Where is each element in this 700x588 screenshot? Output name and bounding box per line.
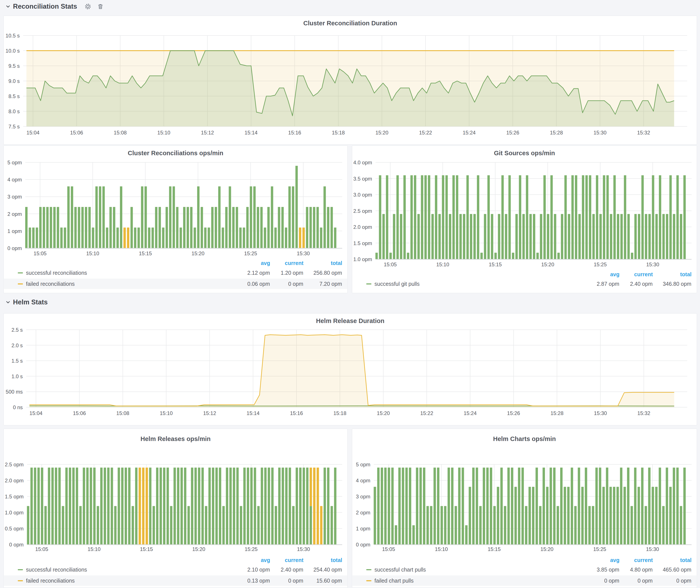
svg-text:15:28: 15:28	[550, 410, 563, 416]
svg-text:15:32: 15:32	[637, 130, 650, 136]
svg-text:0 ns: 0 ns	[13, 404, 23, 410]
panel-cluster-reconciliation-duration: Cluster Reconciliation Duration 7.5 s8.0…	[3, 16, 697, 145]
legend-series-name[interactable]: failed reconciliations	[26, 578, 75, 584]
legend-col-total[interactable]: total	[680, 271, 692, 278]
bars-successful[interactable]	[27, 468, 336, 544]
bars-successful[interactable]	[374, 468, 686, 544]
svg-text:15:24: 15:24	[464, 410, 477, 416]
svg-text:2 opm: 2 opm	[356, 510, 370, 515]
legend-col-avg[interactable]: avg	[610, 271, 619, 278]
svg-text:7.5 s: 7.5 s	[8, 124, 20, 129]
svg-text:2.5 opm: 2.5 opm	[5, 462, 24, 467]
panel-title[interactable]: Cluster Reconciliation Duration	[4, 20, 697, 27]
svg-text:15:10: 15:10	[157, 130, 170, 136]
svg-text:15:20: 15:20	[375, 130, 388, 136]
legend-col-avg[interactable]: avg	[261, 557, 270, 563]
svg-text:15:15: 15:15	[488, 546, 501, 552]
panel-title[interactable]: Cluster Reconciliations ops/min	[4, 150, 347, 157]
svg-text:0 opm: 0 opm	[7, 245, 22, 251]
panel-title[interactable]: Helm Release Duration	[4, 317, 697, 325]
bars-successful[interactable]	[25, 166, 336, 248]
legend-series-name[interactable]: successful reconciliations	[26, 567, 87, 573]
section-title[interactable]: Reconciliation Stats	[13, 3, 77, 10]
svg-text:8.0 s: 8.0 s	[8, 108, 20, 114]
chevron-down-icon[interactable]	[5, 4, 11, 9]
svg-text:2.0 opm: 2.0 opm	[5, 478, 24, 483]
bars-successful[interactable]	[375, 175, 686, 259]
legend-series-name[interactable]: failed reconciliations	[26, 281, 75, 287]
legend-col-current[interactable]: current	[285, 260, 303, 266]
panel-git-sources-ops: Git Sources ops/min 1.0 opm1.5 opm2.0 op…	[352, 145, 697, 293]
legend-col-current[interactable]: current	[634, 271, 653, 278]
helm-releases-ops-chart[interactable]: 0 opm0.5 opm1.0 opm1.5 opm2.0 opm2.5 opm…	[4, 429, 347, 588]
svg-text:1.0 opm: 1.0 opm	[5, 510, 24, 515]
svg-text:15:30: 15:30	[594, 130, 606, 136]
legend-col-total[interactable]: total	[680, 557, 692, 563]
legend-col-current[interactable]: current	[634, 557, 653, 563]
svg-text:15:10: 15:10	[88, 546, 101, 552]
legend-col-current[interactable]: current	[285, 557, 303, 563]
legend-series-name[interactable]: successful chart pulls	[374, 567, 426, 573]
panel-title[interactable]: Helm Charts ops/min	[352, 435, 697, 443]
svg-text:10.5 s: 10.5 s	[6, 33, 20, 39]
svg-text:0.5 opm: 0.5 opm	[5, 526, 24, 531]
svg-text:15:05: 15:05	[34, 250, 47, 256]
svg-text:15:12: 15:12	[201, 130, 214, 136]
svg-text:15:25: 15:25	[594, 262, 607, 267]
svg-text:4 opm: 4 opm	[7, 177, 22, 183]
section-header-reconciliation-stats[interactable]: Reconciliation Stats	[5, 2, 104, 11]
svg-text:15:08: 15:08	[116, 410, 129, 416]
legend-col-total[interactable]: total	[331, 557, 342, 563]
svg-text:15:22: 15:22	[419, 130, 432, 136]
svg-text:0 opm: 0 opm	[9, 542, 24, 548]
svg-text:15:04: 15:04	[29, 410, 42, 416]
svg-text:15:20: 15:20	[192, 250, 205, 256]
helm-charts-ops-chart[interactable]: 0 opm1 opm2 opm3 opm4 opm5 opm15:0515:10…	[352, 429, 697, 588]
svg-text:1 opm: 1 opm	[7, 228, 22, 234]
section-header-helm-stats[interactable]: Helm Stats	[5, 297, 48, 307]
svg-text:15:25: 15:25	[245, 546, 258, 552]
svg-text:2 opm: 2 opm	[7, 211, 22, 217]
svg-text:3.5 opm: 3.5 opm	[353, 176, 372, 182]
svg-text:15:30: 15:30	[594, 410, 607, 416]
legend-col-avg[interactable]: avg	[261, 260, 270, 266]
dashboard: Reconciliation Stats Cluster Reconciliat…	[0, 0, 700, 588]
legend-series-name[interactable]: failed chart pulls	[374, 578, 414, 584]
legend-series-name[interactable]: successful reconciliations	[26, 270, 87, 276]
legend-col-avg[interactable]: avg	[610, 557, 619, 563]
cluster-reconciliation-duration-chart[interactable]: 7.5 s8.0 s8.5 s9.0 s9.5 s10.0 s10.5 s15:…	[4, 16, 697, 144]
svg-text:0 opm: 0 opm	[356, 542, 370, 548]
svg-text:1.5 opm: 1.5 opm	[353, 240, 372, 246]
trash-icon[interactable]	[97, 3, 104, 10]
svg-text:15:30: 15:30	[646, 546, 659, 552]
svg-text:15:16: 15:16	[288, 130, 301, 136]
panel-helm-charts-ops: Helm Charts ops/min 0 opm1 opm2 opm3 opm…	[352, 429, 697, 588]
svg-text:1.0 s: 1.0 s	[11, 373, 23, 379]
svg-text:15:15: 15:15	[140, 546, 153, 552]
panel-helm-release-duration: Helm Release Duration 0 ns500 ms1.0 s1.5…	[3, 313, 697, 425]
svg-text:15:18: 15:18	[333, 410, 346, 416]
series-release-duration[interactable]	[29, 335, 674, 407]
svg-text:9.0 s: 9.0 s	[8, 78, 20, 84]
svg-text:5 opm: 5 opm	[356, 462, 370, 467]
svg-text:15:14: 15:14	[245, 130, 258, 136]
panel-title[interactable]: Helm Releases ops/min	[4, 435, 347, 443]
svg-text:15:16: 15:16	[290, 410, 303, 416]
chevron-down-icon[interactable]	[5, 299, 11, 305]
svg-text:15:30: 15:30	[297, 546, 310, 552]
svg-text:15:20: 15:20	[541, 262, 554, 267]
section-title[interactable]: Helm Stats	[13, 298, 48, 306]
panel-cluster-reconciliations-ops: Cluster Reconciliations ops/min 0 opm1 o…	[3, 145, 348, 293]
svg-text:15:15: 15:15	[139, 250, 152, 256]
svg-text:15:25: 15:25	[593, 546, 606, 552]
svg-text:15:30: 15:30	[297, 250, 310, 256]
gear-icon[interactable]	[84, 3, 91, 10]
helm-release-duration-chart[interactable]: 0 ns500 ms1.0 s1.5 s2.0 s2.5 s15:0415:06…	[4, 313, 697, 425]
legend-series-name[interactable]: successful git pulls	[374, 281, 419, 287]
legend-col-total[interactable]: total	[331, 260, 342, 266]
svg-text:15:06: 15:06	[73, 410, 86, 416]
bars-failed[interactable]	[123, 228, 305, 248]
panel-title[interactable]: Git Sources ops/min	[352, 150, 697, 157]
svg-text:15:22: 15:22	[420, 410, 433, 416]
git-sources-ops-chart[interactable]: 1.0 opm1.5 opm2.0 opm2.5 opm3.0 opm3.5 o…	[352, 146, 697, 293]
